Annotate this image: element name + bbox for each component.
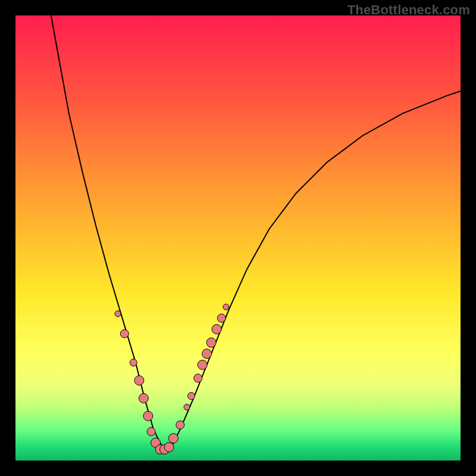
chart-frame: TheBottleneck.com: [0, 0, 476, 476]
data-point: [130, 359, 137, 366]
data-point: [147, 427, 155, 436]
data-point: [120, 330, 129, 338]
watermark-text: TheBottleneck.com: [347, 2, 470, 18]
data-point: [188, 393, 195, 400]
data-point: [206, 338, 216, 347]
plot-area: [15, 15, 461, 461]
data-point: [176, 421, 184, 429]
plot-svg: [15, 15, 461, 461]
data-point: [212, 324, 221, 334]
data-point: [134, 375, 144, 385]
data-point: [217, 314, 226, 322]
data-point: [164, 443, 174, 452]
data-point: [184, 404, 190, 410]
data-point: [202, 349, 212, 359]
data-point: [169, 434, 178, 443]
data-point: [198, 360, 207, 369]
data-point: [194, 374, 202, 383]
gradient-background: [15, 15, 461, 461]
data-point: [115, 311, 121, 317]
data-point: [139, 393, 148, 403]
data-point: [223, 304, 229, 310]
data-point: [143, 411, 153, 421]
